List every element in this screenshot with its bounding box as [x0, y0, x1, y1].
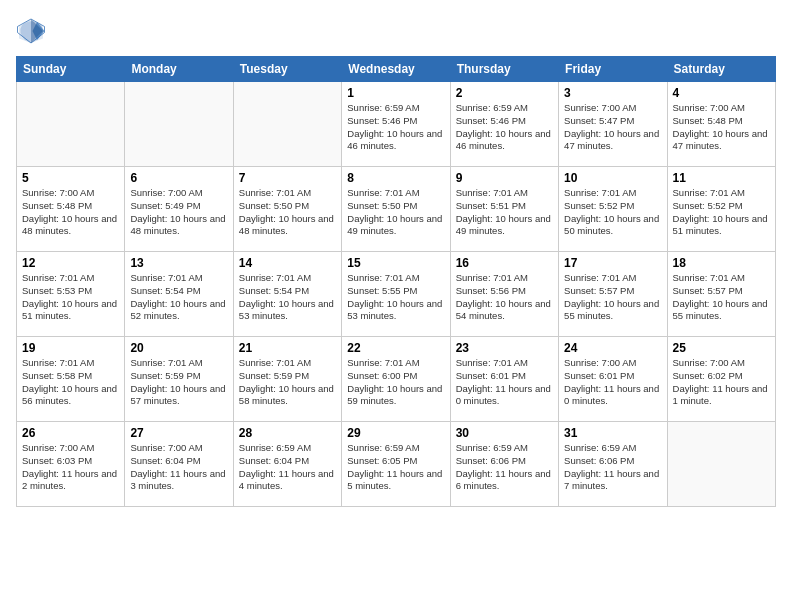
calendar-table: SundayMondayTuesdayWednesdayThursdayFrid…	[16, 56, 776, 507]
calendar-cell: 22Sunrise: 7:01 AM Sunset: 6:00 PM Dayli…	[342, 337, 450, 422]
day-number: 31	[564, 426, 661, 440]
calendar-cell: 31Sunrise: 6:59 AM Sunset: 6:06 PM Dayli…	[559, 422, 667, 507]
day-number: 19	[22, 341, 119, 355]
calendar-week-row: 1Sunrise: 6:59 AM Sunset: 5:46 PM Daylig…	[17, 82, 776, 167]
calendar-cell: 13Sunrise: 7:01 AM Sunset: 5:54 PM Dayli…	[125, 252, 233, 337]
calendar-cell: 20Sunrise: 7:01 AM Sunset: 5:59 PM Dayli…	[125, 337, 233, 422]
day-number: 16	[456, 256, 553, 270]
calendar-cell: 25Sunrise: 7:00 AM Sunset: 6:02 PM Dayli…	[667, 337, 775, 422]
day-number: 21	[239, 341, 336, 355]
day-number: 26	[22, 426, 119, 440]
day-info: Sunrise: 7:01 AM Sunset: 5:59 PM Dayligh…	[239, 357, 336, 408]
day-info: Sunrise: 7:01 AM Sunset: 5:59 PM Dayligh…	[130, 357, 227, 408]
day-info: Sunrise: 7:00 AM Sunset: 5:49 PM Dayligh…	[130, 187, 227, 238]
calendar-cell: 2Sunrise: 6:59 AM Sunset: 5:46 PM Daylig…	[450, 82, 558, 167]
calendar-cell	[17, 82, 125, 167]
calendar-cell: 16Sunrise: 7:01 AM Sunset: 5:56 PM Dayli…	[450, 252, 558, 337]
calendar-cell: 10Sunrise: 7:01 AM Sunset: 5:52 PM Dayli…	[559, 167, 667, 252]
calendar-cell: 5Sunrise: 7:00 AM Sunset: 5:48 PM Daylig…	[17, 167, 125, 252]
calendar-week-row: 26Sunrise: 7:00 AM Sunset: 6:03 PM Dayli…	[17, 422, 776, 507]
day-info: Sunrise: 6:59 AM Sunset: 6:06 PM Dayligh…	[564, 442, 661, 493]
day-info: Sunrise: 7:01 AM Sunset: 6:01 PM Dayligh…	[456, 357, 553, 408]
day-number: 23	[456, 341, 553, 355]
day-number: 24	[564, 341, 661, 355]
column-header-friday: Friday	[559, 57, 667, 82]
column-header-wednesday: Wednesday	[342, 57, 450, 82]
day-info: Sunrise: 7:01 AM Sunset: 5:56 PM Dayligh…	[456, 272, 553, 323]
day-number: 18	[673, 256, 770, 270]
day-number: 11	[673, 171, 770, 185]
calendar-week-row: 5Sunrise: 7:00 AM Sunset: 5:48 PM Daylig…	[17, 167, 776, 252]
calendar-cell	[125, 82, 233, 167]
day-number: 15	[347, 256, 444, 270]
calendar-cell: 17Sunrise: 7:01 AM Sunset: 5:57 PM Dayli…	[559, 252, 667, 337]
calendar-cell: 30Sunrise: 6:59 AM Sunset: 6:06 PM Dayli…	[450, 422, 558, 507]
calendar-cell: 3Sunrise: 7:00 AM Sunset: 5:47 PM Daylig…	[559, 82, 667, 167]
day-number: 2	[456, 86, 553, 100]
day-number: 28	[239, 426, 336, 440]
calendar-cell	[667, 422, 775, 507]
day-info: Sunrise: 7:01 AM Sunset: 5:55 PM Dayligh…	[347, 272, 444, 323]
column-header-sunday: Sunday	[17, 57, 125, 82]
calendar-week-row: 12Sunrise: 7:01 AM Sunset: 5:53 PM Dayli…	[17, 252, 776, 337]
day-info: Sunrise: 7:01 AM Sunset: 5:57 PM Dayligh…	[564, 272, 661, 323]
day-info: Sunrise: 7:00 AM Sunset: 6:03 PM Dayligh…	[22, 442, 119, 493]
day-number: 30	[456, 426, 553, 440]
day-number: 4	[673, 86, 770, 100]
day-info: Sunrise: 7:01 AM Sunset: 5:57 PM Dayligh…	[673, 272, 770, 323]
day-info: Sunrise: 7:00 AM Sunset: 6:01 PM Dayligh…	[564, 357, 661, 408]
calendar-cell: 9Sunrise: 7:01 AM Sunset: 5:51 PM Daylig…	[450, 167, 558, 252]
day-info: Sunrise: 7:00 AM Sunset: 6:04 PM Dayligh…	[130, 442, 227, 493]
calendar-cell: 6Sunrise: 7:00 AM Sunset: 5:49 PM Daylig…	[125, 167, 233, 252]
calendar-header-row: SundayMondayTuesdayWednesdayThursdayFrid…	[17, 57, 776, 82]
calendar-cell: 26Sunrise: 7:00 AM Sunset: 6:03 PM Dayli…	[17, 422, 125, 507]
calendar-cell: 7Sunrise: 7:01 AM Sunset: 5:50 PM Daylig…	[233, 167, 341, 252]
calendar-cell: 14Sunrise: 7:01 AM Sunset: 5:54 PM Dayli…	[233, 252, 341, 337]
calendar-cell: 8Sunrise: 7:01 AM Sunset: 5:50 PM Daylig…	[342, 167, 450, 252]
calendar-cell: 18Sunrise: 7:01 AM Sunset: 5:57 PM Dayli…	[667, 252, 775, 337]
calendar-cell: 24Sunrise: 7:00 AM Sunset: 6:01 PM Dayli…	[559, 337, 667, 422]
column-header-monday: Monday	[125, 57, 233, 82]
day-number: 6	[130, 171, 227, 185]
day-info: Sunrise: 7:01 AM Sunset: 5:58 PM Dayligh…	[22, 357, 119, 408]
day-number: 5	[22, 171, 119, 185]
day-number: 7	[239, 171, 336, 185]
logo-icon	[16, 16, 46, 46]
calendar-cell	[233, 82, 341, 167]
day-number: 22	[347, 341, 444, 355]
day-info: Sunrise: 7:00 AM Sunset: 5:47 PM Dayligh…	[564, 102, 661, 153]
day-info: Sunrise: 6:59 AM Sunset: 6:05 PM Dayligh…	[347, 442, 444, 493]
day-info: Sunrise: 7:01 AM Sunset: 5:50 PM Dayligh…	[239, 187, 336, 238]
day-info: Sunrise: 7:00 AM Sunset: 6:02 PM Dayligh…	[673, 357, 770, 408]
calendar-cell: 12Sunrise: 7:01 AM Sunset: 5:53 PM Dayli…	[17, 252, 125, 337]
day-number: 29	[347, 426, 444, 440]
day-info: Sunrise: 7:01 AM Sunset: 5:52 PM Dayligh…	[564, 187, 661, 238]
day-info: Sunrise: 7:01 AM Sunset: 5:50 PM Dayligh…	[347, 187, 444, 238]
day-number: 10	[564, 171, 661, 185]
column-header-tuesday: Tuesday	[233, 57, 341, 82]
day-info: Sunrise: 6:59 AM Sunset: 6:06 PM Dayligh…	[456, 442, 553, 493]
day-info: Sunrise: 6:59 AM Sunset: 5:46 PM Dayligh…	[456, 102, 553, 153]
calendar-cell: 21Sunrise: 7:01 AM Sunset: 5:59 PM Dayli…	[233, 337, 341, 422]
calendar-cell: 29Sunrise: 6:59 AM Sunset: 6:05 PM Dayli…	[342, 422, 450, 507]
day-info: Sunrise: 6:59 AM Sunset: 6:04 PM Dayligh…	[239, 442, 336, 493]
calendar-cell: 1Sunrise: 6:59 AM Sunset: 5:46 PM Daylig…	[342, 82, 450, 167]
calendar-cell: 4Sunrise: 7:00 AM Sunset: 5:48 PM Daylig…	[667, 82, 775, 167]
day-info: Sunrise: 7:01 AM Sunset: 5:54 PM Dayligh…	[239, 272, 336, 323]
day-info: Sunrise: 7:01 AM Sunset: 5:54 PM Dayligh…	[130, 272, 227, 323]
day-number: 12	[22, 256, 119, 270]
day-info: Sunrise: 7:00 AM Sunset: 5:48 PM Dayligh…	[673, 102, 770, 153]
calendar-cell: 11Sunrise: 7:01 AM Sunset: 5:52 PM Dayli…	[667, 167, 775, 252]
day-number: 13	[130, 256, 227, 270]
calendar-cell: 28Sunrise: 6:59 AM Sunset: 6:04 PM Dayli…	[233, 422, 341, 507]
day-info: Sunrise: 7:01 AM Sunset: 5:51 PM Dayligh…	[456, 187, 553, 238]
day-number: 17	[564, 256, 661, 270]
column-header-thursday: Thursday	[450, 57, 558, 82]
day-number: 14	[239, 256, 336, 270]
day-info: Sunrise: 7:01 AM Sunset: 6:00 PM Dayligh…	[347, 357, 444, 408]
day-number: 3	[564, 86, 661, 100]
day-info: Sunrise: 7:00 AM Sunset: 5:48 PM Dayligh…	[22, 187, 119, 238]
day-info: Sunrise: 7:01 AM Sunset: 5:52 PM Dayligh…	[673, 187, 770, 238]
calendar-cell: 15Sunrise: 7:01 AM Sunset: 5:55 PM Dayli…	[342, 252, 450, 337]
day-number: 1	[347, 86, 444, 100]
